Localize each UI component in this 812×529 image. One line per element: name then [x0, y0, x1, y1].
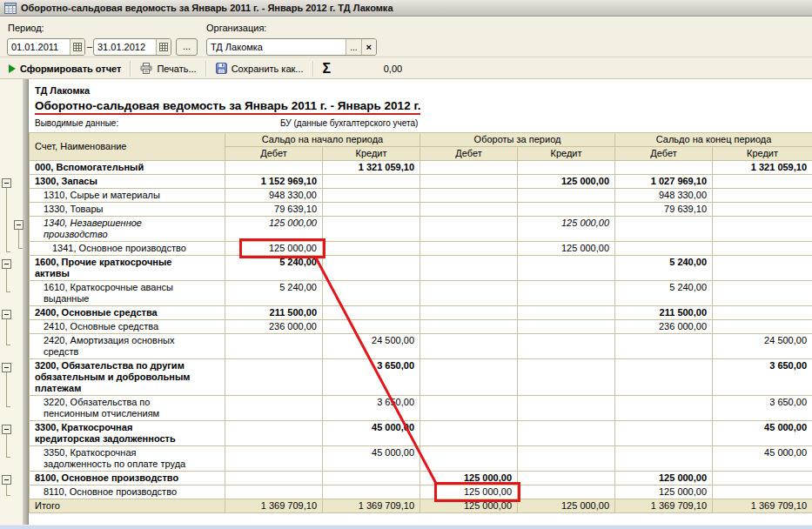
amount-cell[interactable]: 125 000,00 — [518, 242, 615, 256]
amount-cell[interactable] — [420, 306, 518, 320]
amount-cell[interactable]: 1 369 709,10 — [713, 499, 812, 513]
account-name-cell[interactable]: 1310, Сырье и материалы — [30, 189, 225, 203]
amount-cell[interactable]: 79 639,10 — [225, 203, 323, 217]
amount-cell[interactable] — [420, 281, 518, 306]
amount-cell[interactable]: 125 000,00 — [420, 485, 518, 499]
amount-cell[interactable]: 79 639,10 — [615, 203, 713, 217]
amount-cell[interactable] — [713, 306, 812, 320]
amount-cell[interactable]: 125 000,00 — [225, 242, 323, 256]
amount-cell[interactable] — [615, 421, 713, 446]
period-options-button[interactable]: ... — [176, 38, 198, 56]
amount-cell[interactable]: 1 321 059,10 — [323, 161, 420, 175]
amount-cell[interactable] — [420, 334, 518, 359]
amount-cell[interactable]: 5 240,00 — [225, 256, 323, 281]
amount-cell[interactable] — [420, 242, 518, 256]
amount-cell[interactable] — [420, 203, 518, 217]
amount-cell[interactable]: 3 650,00 — [713, 396, 812, 421]
amount-cell[interactable]: 125 000,00 — [518, 217, 615, 242]
amount-cell[interactable] — [225, 421, 323, 446]
amount-cell[interactable]: 211 500,00 — [615, 306, 713, 320]
organization-select-button[interactable]: ... — [346, 39, 360, 55]
amount-cell[interactable]: 125 000,00 — [518, 175, 615, 189]
amount-cell[interactable] — [615, 396, 713, 421]
amount-cell[interactable] — [713, 320, 812, 334]
amount-cell[interactable] — [323, 306, 420, 320]
amount-cell[interactable] — [225, 334, 323, 359]
account-name-cell[interactable]: 1340, Незавершенное производство — [30, 217, 225, 242]
amount-cell[interactable] — [225, 485, 323, 499]
amount-cell[interactable] — [615, 161, 713, 175]
collapse-toggle[interactable] — [2, 363, 11, 372]
account-name-cell[interactable]: 8110, Основное производство — [30, 485, 225, 499]
amount-cell[interactable]: 948 330,00 — [225, 189, 323, 203]
amount-cell[interactable] — [323, 189, 420, 203]
amount-cell[interactable] — [615, 446, 713, 472]
amount-cell[interactable] — [615, 359, 713, 396]
amount-cell[interactable] — [323, 256, 420, 281]
amount-cell[interactable]: 3 650,00 — [323, 359, 420, 396]
amount-cell[interactable] — [420, 320, 518, 334]
amount-cell[interactable] — [518, 485, 615, 499]
save-as-button[interactable]: Сохранить как... — [213, 61, 306, 76]
amount-cell[interactable] — [713, 175, 812, 189]
amount-cell[interactable]: 211 500,00 — [225, 306, 323, 320]
amount-cell[interactable] — [518, 421, 615, 446]
amount-cell[interactable]: 236 000,00 — [615, 320, 713, 334]
amount-cell[interactable] — [615, 334, 713, 359]
amount-cell[interactable] — [420, 421, 518, 446]
amount-cell[interactable]: 1 152 969,10 — [225, 175, 323, 189]
amount-cell[interactable] — [420, 175, 518, 189]
amount-cell[interactable] — [323, 320, 420, 334]
amount-cell[interactable]: 1 321 059,10 — [713, 161, 812, 175]
account-name-cell[interactable]: 8100, Основное производство — [30, 472, 225, 485]
amount-cell[interactable]: 24 500,00 — [713, 334, 812, 359]
amount-cell[interactable] — [225, 359, 323, 396]
amount-cell[interactable] — [323, 217, 420, 242]
amount-cell[interactable] — [420, 189, 518, 203]
amount-cell[interactable] — [518, 359, 615, 396]
amount-cell[interactable]: 45 000,00 — [323, 446, 420, 472]
amount-cell[interactable] — [518, 446, 615, 472]
amount-cell[interactable]: 125 000,00 — [420, 499, 518, 513]
collapse-toggle[interactable] — [14, 220, 23, 230]
generate-report-button[interactable]: Сформировать отчет — [6, 62, 124, 76]
amount-cell[interactable] — [713, 217, 812, 242]
collapse-toggle[interactable] — [2, 425, 11, 434]
amount-cell[interactable]: 45 000,00 — [323, 421, 420, 446]
account-name-cell[interactable]: 3220, Обязательства по пенсионным отчисл… — [30, 396, 225, 421]
calendar-icon[interactable] — [156, 39, 171, 55]
amount-cell[interactable] — [615, 217, 713, 242]
amount-cell[interactable]: 125 000,00 — [518, 499, 615, 513]
amount-cell[interactable]: 45 000,00 — [713, 421, 812, 446]
account-name-cell[interactable]: 1330, Товары — [30, 203, 225, 217]
amount-cell[interactable] — [420, 161, 518, 175]
account-name-cell[interactable]: 3200, Обязательства по другим обязательн… — [30, 359, 225, 396]
amount-cell[interactable]: 1 369 709,10 — [225, 499, 323, 513]
account-name-cell[interactable]: 2420, Амортизация основных средств — [30, 334, 225, 359]
amount-cell[interactable] — [420, 396, 518, 421]
print-button[interactable]: Печать... — [138, 61, 198, 76]
amount-cell[interactable]: 24 500,00 — [323, 334, 420, 359]
account-name-cell[interactable]: 1610, Краткосрочные авансы выданные — [30, 281, 225, 306]
amount-cell[interactable] — [323, 175, 420, 189]
amount-cell[interactable] — [420, 446, 518, 472]
account-name-cell[interactable]: 1600, Прочие краткосрочные активы — [30, 256, 225, 281]
amount-cell[interactable] — [225, 396, 323, 421]
account-name-cell[interactable]: 000, Вспомогательный — [30, 161, 225, 175]
amount-cell[interactable] — [713, 203, 812, 217]
amount-cell[interactable]: 1 369 709,10 — [323, 499, 420, 513]
amount-cell[interactable] — [518, 281, 615, 306]
amount-cell[interactable] — [518, 203, 615, 217]
account-name-cell[interactable]: 3350, Краткосрочная задолженность по опл… — [30, 446, 225, 472]
amount-cell[interactable] — [518, 396, 615, 421]
collapse-toggle[interactable] — [2, 310, 11, 319]
amount-cell[interactable] — [420, 359, 518, 396]
amount-cell[interactable] — [518, 256, 615, 281]
calendar-icon[interactable] — [70, 39, 84, 55]
amount-cell[interactable] — [518, 472, 615, 485]
amount-cell[interactable] — [518, 320, 615, 334]
amount-cell[interactable] — [615, 242, 713, 256]
amount-cell[interactable]: 5 240,00 — [615, 281, 713, 306]
amount-cell[interactable] — [323, 203, 420, 217]
amount-cell[interactable]: 5 240,00 — [225, 281, 323, 306]
